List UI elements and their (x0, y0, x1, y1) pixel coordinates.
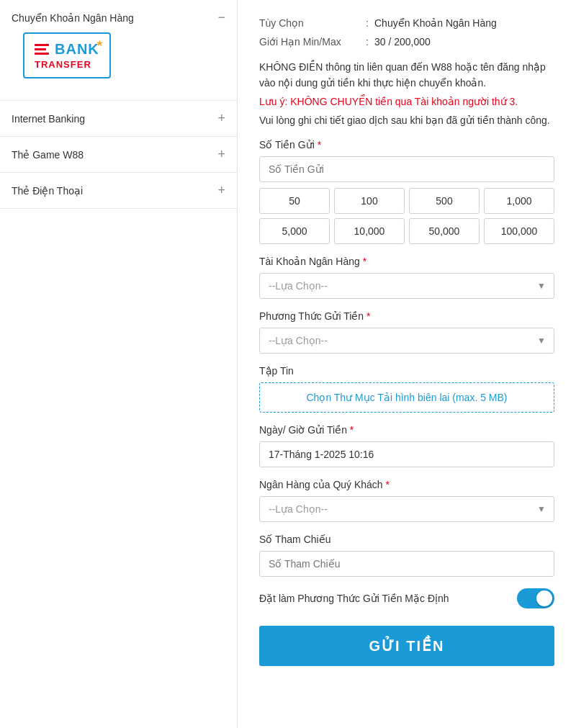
bank-customer-select[interactable]: --Lựa Chọn-- (259, 496, 554, 522)
sidebar: Chuyển Khoản Ngân Hàng − ★ BANK TRANSFER… (0, 0, 238, 728)
required-mark: * (318, 139, 321, 150)
amount-btn-50000[interactable]: 50,000 (409, 218, 480, 244)
amount-btn-5000[interactable]: 5,000 (259, 218, 330, 244)
info-option-row: Tùy Chọn : Chuyển Khoản Ngân Hàng (259, 17, 554, 29)
bank-logo-top: BANK (35, 41, 99, 58)
file-upload-label: Chọn Thư Mục Tải hình biên lai (max. 5 M… (306, 392, 507, 403)
bank-account-select-wrapper: --Lựa Chọn-- ▼ (259, 273, 554, 299)
sidebar-item-internet-banking[interactable]: Internet Banking + (0, 101, 237, 137)
limit-label: Giới Hạn Min/Max (259, 36, 360, 48)
info-limit-row: Giới Hạn Min/Max : 30 / 200,000 (259, 36, 554, 48)
star-icon: ★ (96, 38, 104, 48)
datetime-input[interactable] (259, 441, 554, 467)
amount-btn-10000[interactable]: 10,000 (334, 218, 405, 244)
file-label: Tập Tin (259, 365, 554, 377)
required-mark: * (363, 256, 366, 267)
amount-btn-100000[interactable]: 100,000 (484, 218, 554, 244)
notice-sub-text: Vui lòng ghi chi tiết giao dịch sau khi … (259, 114, 550, 126)
default-method-label: Đặt làm Phương Thức Gửi Tiền Mặc Định (259, 593, 449, 604)
sidebar-item-the-game-w88[interactable]: Thẻ Game W88 + (0, 137, 237, 173)
amount-label: Số Tiền Gửi * (259, 139, 554, 150)
bank-account-label: Tài Khoản Ngân Hàng * (259, 256, 554, 267)
plus-icon: + (217, 111, 225, 126)
default-method-toggle[interactable] (517, 588, 554, 608)
sidebar-item-label: Internet Banking (12, 113, 85, 125)
amount-buttons-grid: 50 100 500 1,000 5,000 10,000 50,000 100… (259, 188, 554, 244)
bank-lines-icon (35, 44, 49, 55)
amount-btn-50[interactable]: 50 (259, 188, 330, 214)
datetime-label: Ngày/ Giờ Gửi Tiền * (259, 424, 554, 436)
sidebar-item-bank-transfer[interactable]: Chuyển Khoản Ngân Hàng − (0, 0, 237, 25)
sidebar-active-label: Chuyển Khoản Ngân Hàng (12, 12, 134, 24)
minus-icon: − (217, 10, 225, 25)
notice-sub: Vui lòng ghi chi tiết giao dịch sau khi … (259, 114, 554, 126)
required-mark: * (386, 479, 390, 490)
payment-method-select-wrapper: --Lựa Chọn-- ▼ (259, 328, 554, 354)
amount-input[interactable] (259, 156, 554, 182)
option-value: Chuyển Khoản Ngân Hàng (374, 17, 497, 29)
required-mark: * (366, 310, 370, 322)
bank-logo: ★ BANK TRANSFER (23, 32, 111, 78)
limit-colon: : (360, 36, 374, 48)
option-colon: : (360, 17, 374, 29)
notice-warning-text: Lưu ý: KHÔNG CHUYỂN tiền qua Tài khoản n… (259, 96, 518, 107)
bank-customer-label: Ngân Hàng của Quý Khách * (259, 479, 554, 490)
submit-button[interactable]: GỬI TIỀN (259, 626, 554, 666)
required-mark: * (350, 424, 354, 436)
file-upload-button[interactable]: Chọn Thư Mục Tải hình biên lai (max. 5 M… (259, 382, 554, 413)
toggle-knob (536, 590, 552, 606)
sidebar-item-label: Thẻ Điện Thoại (12, 185, 83, 197)
default-method-row: Đặt làm Phương Thức Gửi Tiền Mặc Định (259, 588, 554, 608)
amount-btn-100[interactable]: 100 (334, 188, 405, 214)
reference-label: Số Tham Chiếu (259, 534, 554, 545)
bank-logo-container: ★ BANK TRANSFER (0, 25, 237, 100)
amount-btn-500[interactable]: 500 (409, 188, 480, 214)
bank-customer-select-wrapper: --Lựa Chọn-- ▼ (259, 496, 554, 522)
payment-method-label: Phương Thức Gửi Tiền * (259, 310, 554, 322)
submit-label: GỬI TIỀN (369, 638, 445, 654)
option-label: Tùy Chọn (259, 17, 360, 29)
main-content: Tùy Chọn : Chuyển Khoản Ngân Hàng Giới H… (238, 0, 576, 728)
limit-value: 30 / 200,000 (374, 36, 431, 48)
reference-input[interactable] (259, 551, 554, 577)
transfer-text: TRANSFER (35, 59, 91, 70)
sidebar-item-the-dien-thoai[interactable]: Thẻ Điện Thoại + (0, 173, 237, 209)
bank-account-select[interactable]: --Lựa Chọn-- (259, 273, 554, 299)
plus-icon: + (217, 147, 225, 162)
payment-method-select[interactable]: --Lựa Chọn-- (259, 328, 554, 354)
bank-text: BANK (55, 41, 99, 58)
notice-main-text: KHÔNG ĐIỀN thông tin liên quan đến W88 h… (259, 61, 546, 89)
notice-main: KHÔNG ĐIỀN thông tin liên quan đến W88 h… (259, 59, 554, 91)
sidebar-item-label: Thẻ Game W88 (12, 149, 84, 161)
amount-btn-1000[interactable]: 1,000 (484, 188, 554, 214)
notice-warning: Lưu ý: KHÔNG CHUYỂN tiền qua Tài khoản n… (259, 96, 554, 107)
plus-icon: + (217, 183, 225, 198)
